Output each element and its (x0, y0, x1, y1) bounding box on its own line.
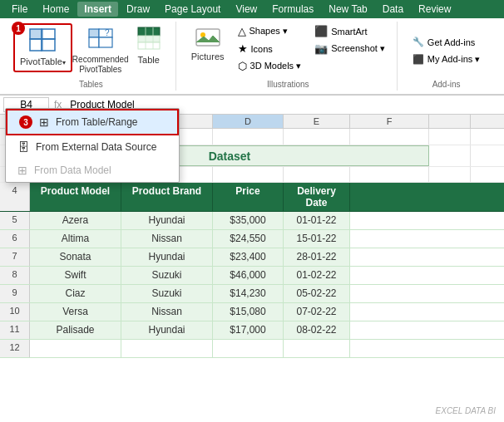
rownum-5: 5 (0, 212, 30, 229)
cell-g3[interactable] (429, 167, 471, 182)
menu-view[interactable]: View (229, 2, 264, 17)
cell-b7[interactable]: Sonata (30, 248, 121, 266)
cell-c9[interactable]: Suzuki (121, 285, 213, 302)
cell-e10[interactable]: 07-02-22 (284, 303, 350, 321)
cell-e8[interactable]: 01-02-22 (284, 267, 350, 284)
cell-f10[interactable] (350, 303, 429, 321)
cell-f12[interactable] (350, 340, 429, 357)
cell-g1[interactable] (429, 129, 471, 145)
cell-d6[interactable]: $24,550 (213, 230, 284, 248)
cell-c10[interactable]: Nissan (121, 303, 213, 321)
col-header-e: E (284, 115, 350, 128)
shapes-label: Shapes ▾ (250, 26, 288, 37)
cell-f11[interactable] (350, 321, 429, 339)
get-addins-button[interactable]: 🔧 Get Add-ins (408, 35, 480, 49)
menu-file[interactable]: File (5, 2, 34, 17)
cell-g2[interactable] (429, 145, 471, 166)
addins-group-label: Add-ins (432, 78, 461, 89)
ribbon-container: File Home Insert Draw Page Layout View F… (0, 0, 504, 96)
menu-bar: File Home Insert Draw Page Layout View F… (0, 0, 504, 18)
shapes-icon: △ (238, 25, 246, 37)
cell-d1[interactable] (213, 129, 284, 145)
cell-c11[interactable]: Hyundai (121, 321, 213, 339)
header-price[interactable]: Price (213, 183, 284, 211)
col-header-f: F (350, 115, 429, 128)
from-model-icon: ⊞ (17, 164, 27, 177)
header-product-brand[interactable]: Product Brand (121, 183, 213, 211)
cell-d12[interactable] (213, 340, 284, 357)
smartart-button[interactable]: ⬛ SmartArt (309, 23, 390, 39)
cell-f7[interactable] (350, 248, 429, 266)
header-delivery-date[interactable]: Delivery Date (284, 183, 350, 211)
my-addins-button[interactable]: ⬛ My Add-ins ▾ (408, 52, 485, 66)
recommended-pivots-button[interactable]: ? RecommendedPivotTables (76, 23, 126, 78)
3d-models-button[interactable]: ⬡ 3D Models ▾ (233, 58, 307, 74)
cell-b10[interactable]: Versa (30, 303, 121, 321)
cell-f5[interactable] (350, 212, 429, 229)
row-5: 5 Azera Hyundai $35,000 01-01-22 (0, 212, 504, 230)
cell-b8[interactable]: Swift (30, 267, 121, 284)
icons-icon: ★ (238, 42, 248, 55)
from-external-item[interactable]: 🗄 From External Data Source (6, 135, 179, 159)
table-button[interactable]: Table (129, 23, 169, 69)
header-product-model[interactable]: Product Model (30, 183, 121, 211)
cell-f8[interactable] (350, 267, 429, 284)
menu-home[interactable]: Home (36, 2, 76, 17)
row-6: 6 Altima Nissan $24,550 15-01-22 (0, 230, 504, 248)
menu-insert[interactable]: Insert (77, 2, 118, 17)
table-icon (137, 27, 161, 53)
row-7: 7 Sonata Hyundai $23,400 28-01-22 (0, 248, 504, 267)
cell-f3[interactable] (350, 167, 429, 182)
cell-e12[interactable] (284, 340, 350, 357)
cell-f6[interactable] (350, 230, 429, 248)
pictures-button[interactable]: Pictures (186, 23, 230, 66)
cell-b12[interactable] (30, 340, 121, 357)
cell-d11[interactable]: $17,000 (213, 321, 284, 339)
icons-button[interactable]: ★ Icons (233, 41, 307, 56)
cell-b6[interactable]: Altima (30, 230, 121, 248)
cell-d10[interactable]: $15,080 (213, 303, 284, 321)
cell-e6[interactable]: 15-01-22 (284, 230, 350, 248)
cell-f9[interactable] (350, 285, 429, 302)
cell-f1[interactable] (350, 129, 429, 145)
cell-b5[interactable]: Azera (30, 212, 121, 229)
cell-e3[interactable] (284, 167, 350, 182)
cell-e11[interactable]: 08-02-22 (284, 321, 350, 339)
menu-formulas[interactable]: Formulas (265, 2, 320, 17)
cell-b9[interactable]: Ciaz (30, 285, 121, 302)
from-table-range-item[interactable]: 3 ⊞ From Table/Range (6, 109, 179, 135)
screenshot-button[interactable]: 📷 Screenshot ▾ (309, 41, 390, 56)
cell-c7[interactable]: Hyundai (121, 248, 213, 266)
svg-rect-0 (30, 29, 42, 39)
cell-d8[interactable]: $46,000 (213, 267, 284, 284)
cell-d7[interactable]: $23,400 (213, 248, 284, 266)
menu-review[interactable]: Review (412, 2, 457, 17)
cell-d3[interactable] (213, 167, 284, 182)
cell-e9[interactable]: 05-02-22 (284, 285, 350, 302)
illus-row: Pictures △ Shapes ▾ ★ Icons ⬡ 3D Models … (186, 23, 390, 78)
cell-e1[interactable] (284, 129, 350, 145)
from-table-label: From Table/Range (56, 116, 138, 128)
cell-c8[interactable]: Suzuki (121, 267, 213, 284)
cell-b11[interactable]: Palisade (30, 321, 121, 339)
from-model-item: ⊞ From Data Model (6, 159, 179, 182)
cell-e7[interactable]: 28-01-22 (284, 248, 350, 266)
cell-d9[interactable]: $14,230 (213, 285, 284, 302)
shapes-button[interactable]: △ Shapes ▾ (233, 23, 307, 39)
menu-data[interactable]: Data (376, 2, 410, 17)
cell-c12[interactable] (121, 340, 213, 357)
svg-rect-11 (138, 27, 160, 36)
screenshot-icon: 📷 (314, 42, 328, 55)
menu-draw[interactable]: Draw (120, 2, 156, 17)
rownum-10: 10 (0, 303, 30, 321)
cell-e5[interactable]: 01-01-22 (284, 212, 350, 229)
cell-d5[interactable]: $35,000 (213, 212, 284, 229)
ribbon-group-tables: 1 PivotTable▾ (7, 22, 176, 91)
pivot-table-button[interactable]: 1 PivotTable▾ (13, 23, 72, 72)
svg-rect-13 (138, 42, 160, 49)
menu-new-tab[interactable]: New Tab (322, 2, 373, 17)
smartart-label: SmartArt (331, 27, 367, 37)
cell-c5[interactable]: Hyundai (121, 212, 213, 229)
cell-c6[interactable]: Nissan (121, 230, 213, 248)
menu-page-layout[interactable]: Page Layout (158, 2, 227, 17)
